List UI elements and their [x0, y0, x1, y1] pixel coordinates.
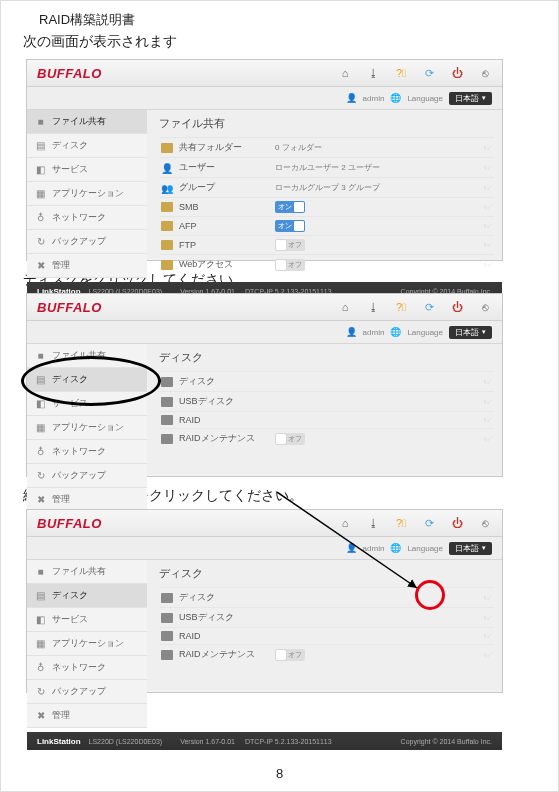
- help-icon[interactable]: ?⃝: [394, 516, 408, 530]
- service-icon: ◧: [35, 164, 46, 175]
- row-web: Webアクセス オフ ☞: [159, 254, 494, 274]
- goto-icon[interactable]: ☞: [482, 260, 494, 270]
- download-icon[interactable]: ⭳: [366, 66, 380, 80]
- panel-title: ディスク: [159, 350, 494, 365]
- sidebar-item-file-share[interactable]: ■ファイル共有: [27, 344, 147, 368]
- sidebar-item-disk[interactable]: ▤ディスク: [27, 134, 147, 158]
- sidebar-item-backup[interactable]: ↻バックアップ: [27, 464, 147, 488]
- refresh-icon[interactable]: ⟳: [422, 300, 436, 314]
- power-icon[interactable]: ⏻: [450, 516, 464, 530]
- sidebar: ■ファイル共有 ▤ディスク ◧サービス ▦アプリケーション ♁ネットワーク ↻バ…: [27, 110, 147, 278]
- sidebar-item-file-share[interactable]: ■ファイル共有: [27, 110, 147, 134]
- chevron-down-icon: ▾: [482, 328, 486, 336]
- brand-logo: BUFFALO: [37, 516, 102, 531]
- download-icon[interactable]: ⭳: [366, 300, 380, 314]
- top-icons: ⌂ ⭳ ?⃝ ⟳ ⏻ ⎋: [338, 66, 492, 80]
- refresh-icon[interactable]: ⟳: [422, 66, 436, 80]
- row-raid: RAID ☞: [159, 411, 494, 428]
- user-icon: 👤: [346, 327, 357, 337]
- sidebar-item-application[interactable]: ▦アプリケーション: [27, 182, 147, 206]
- sidebar-item-manage[interactable]: ✖管理: [27, 704, 147, 728]
- globe-icon: 🌐: [390, 93, 401, 103]
- goto-icon[interactable]: ☞: [482, 202, 494, 212]
- goto-icon[interactable]: ☞: [482, 183, 494, 193]
- toggle-web[interactable]: オフ: [275, 259, 305, 271]
- sidebar-item-service[interactable]: ◧サービス: [27, 608, 147, 632]
- toggle-raid-maintenance[interactable]: オフ: [275, 433, 305, 445]
- download-icon[interactable]: ⭳: [366, 516, 380, 530]
- language-select[interactable]: 日本語▾: [449, 92, 492, 105]
- sidebar-item-disk[interactable]: ▤ディスク: [27, 368, 147, 392]
- network-icon: ♁: [35, 212, 46, 223]
- goto-icon[interactable]: ☞: [482, 613, 494, 623]
- goto-icon[interactable]: ☞: [482, 631, 494, 641]
- group-icon: 👥: [161, 183, 173, 193]
- goto-icon[interactable]: ☞: [482, 240, 494, 250]
- folder-icon: [161, 143, 173, 153]
- goto-icon[interactable]: ☞: [482, 163, 494, 173]
- goto-icon[interactable]: ☞: [482, 143, 494, 153]
- goto-icon[interactable]: ☞: [482, 415, 494, 425]
- sidebar-item-backup[interactable]: ↻バックアップ: [27, 230, 147, 254]
- goto-icon[interactable]: ☞: [482, 650, 494, 660]
- sidebar-item-disk[interactable]: ▤ディスク: [27, 584, 147, 608]
- power-icon[interactable]: ⏻: [450, 66, 464, 80]
- home-icon[interactable]: ⌂: [338, 66, 352, 80]
- sidebar-item-network[interactable]: ♁ネットワーク: [27, 440, 147, 464]
- sidebar-item-manage[interactable]: ✖管理: [27, 254, 147, 278]
- goto-icon[interactable]: ☞: [482, 434, 494, 444]
- row-smb: SMB オン ☞: [159, 197, 494, 216]
- folder-icon: [161, 260, 173, 270]
- sidebar-item-network[interactable]: ♁ネットワーク: [27, 656, 147, 680]
- row-user: 👤 ユーザー ローカルユーザー 2 ユーザー ☞: [159, 157, 494, 177]
- sidebar-item-application[interactable]: ▦アプリケーション: [27, 416, 147, 440]
- disk-icon: ▤: [35, 140, 46, 151]
- goto-icon[interactable]: ☞: [482, 377, 494, 387]
- brand-logo: BUFFALO: [37, 66, 102, 81]
- raid-maintenance-icon: [161, 434, 173, 444]
- logout-icon[interactable]: ⎋: [478, 66, 492, 80]
- help-icon[interactable]: ?⃝: [394, 300, 408, 314]
- panel-title: ファイル共有: [159, 116, 494, 131]
- topbar: BUFFALO ⌂ ⭳ ?⃝ ⟳ ⏻ ⎋: [27, 60, 502, 87]
- toggle-raid-maintenance[interactable]: オフ: [275, 649, 305, 661]
- brand-logo: BUFFALO: [37, 300, 102, 315]
- chevron-down-icon: ▾: [482, 94, 486, 102]
- toggle-ftp[interactable]: オフ: [275, 239, 305, 251]
- user-icon: 👤: [161, 163, 173, 173]
- raid-icon: [161, 631, 173, 641]
- row-raid: RAID ☞: [159, 627, 494, 644]
- folder-icon: [161, 240, 173, 250]
- refresh-icon[interactable]: ⟳: [422, 516, 436, 530]
- language-label: Language: [407, 94, 443, 103]
- sidebar-item-network[interactable]: ♁ネットワーク: [27, 206, 147, 230]
- help-icon[interactable]: ?⃝: [394, 66, 408, 80]
- row-raid-maintenance: RAIDメンテナンス オフ ☞: [159, 428, 494, 448]
- row-usb-disk: USBディスク ☞: [159, 607, 494, 627]
- toggle-afp[interactable]: オン: [275, 220, 305, 232]
- home-icon[interactable]: ⌂: [338, 516, 352, 530]
- row-group: 👥 グループ ローカルグループ 3 グループ ☞: [159, 177, 494, 197]
- logout-icon[interactable]: ⎋: [478, 300, 492, 314]
- screenshot-disk-2: BUFFALO ⌂ ⭳ ?⃝ ⟳ ⏻ ⎋ 👤 admin 🌐 Language …: [26, 509, 503, 693]
- goto-icon[interactable]: ☞: [482, 593, 494, 603]
- sidebar-item-application[interactable]: ▦アプリケーション: [27, 632, 147, 656]
- sidebar-item-service[interactable]: ◧サービス: [27, 392, 147, 416]
- sidebar-item-file-share[interactable]: ■ファイル共有: [27, 560, 147, 584]
- logout-icon[interactable]: ⎋: [478, 516, 492, 530]
- language-select[interactable]: 日本語▾: [449, 326, 492, 339]
- chevron-down-icon: ▾: [482, 544, 486, 552]
- row-usb-disk: USBディスク ☞: [159, 391, 494, 411]
- goto-icon[interactable]: ☞: [482, 397, 494, 407]
- language-select[interactable]: 日本語▾: [449, 542, 492, 555]
- main-panel: ファイル共有 共有フォルダー 0 フォルダー ☞ 👤 ユーザー ローカルユーザー…: [147, 110, 502, 278]
- toggle-smb[interactable]: オン: [275, 201, 305, 213]
- sidebar-item-backup[interactable]: ↻バックアップ: [27, 680, 147, 704]
- goto-icon[interactable]: ☞: [482, 221, 494, 231]
- sidebar-item-service[interactable]: ◧サービス: [27, 158, 147, 182]
- raid-maintenance-icon: [161, 650, 173, 660]
- home-icon[interactable]: ⌂: [338, 300, 352, 314]
- disk-icon: [161, 377, 173, 387]
- manage-icon: ✖: [35, 260, 46, 271]
- power-icon[interactable]: ⏻: [450, 300, 464, 314]
